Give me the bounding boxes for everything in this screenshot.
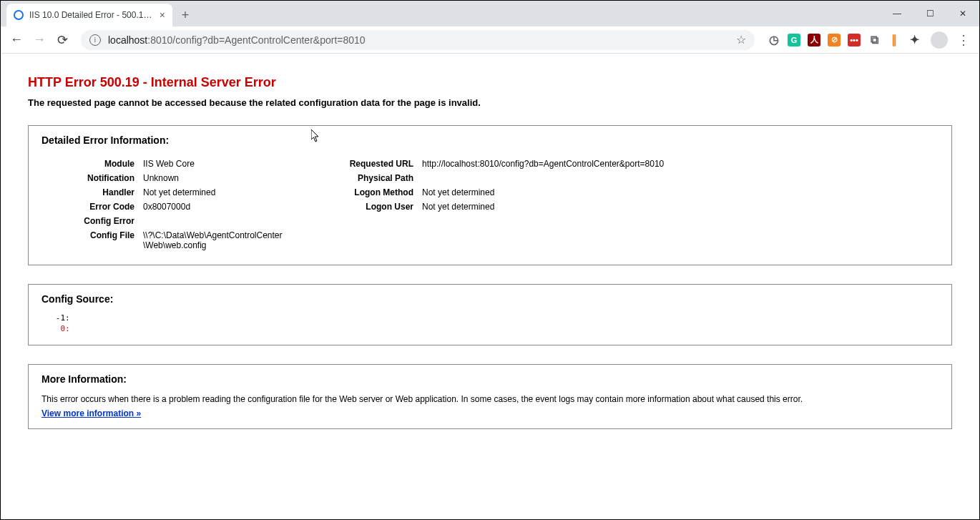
config-source-code: -1: 0:: [41, 313, 939, 335]
error-code-value: 0x8007000d: [139, 200, 295, 214]
config-source-section: Config Source: -1: 0:: [28, 284, 952, 345]
view-more-information-link[interactable]: View more information »: [41, 408, 141, 418]
puzzle-icon[interactable]: ✦: [908, 34, 921, 46]
config-error-value: [139, 214, 295, 228]
url-text: localhost:8010/config?db=AgentControlCen…: [108, 34, 366, 46]
logon-user-label: Logon User: [303, 200, 418, 214]
browser-toolbar: ← → ⟳ i localhost:8010/config?db=AgentCo…: [1, 26, 979, 54]
logon-method-value: Not yet determined: [418, 185, 934, 200]
address-bar[interactable]: i localhost:8010/config?db=AgentControlC…: [81, 30, 755, 50]
handler-value: Not yet determined: [139, 185, 295, 200]
config-error-label: Config Error: [46, 214, 139, 228]
bars-icon[interactable]: ∥: [888, 34, 901, 46]
chrome-menu-button[interactable]: ⋮: [954, 30, 974, 50]
notification-value: Unknown: [139, 171, 295, 185]
physical-path-label: Physical Path: [303, 171, 418, 185]
config-file-value: \\?\C:\Data\Web\AgentControlCenter\Web\w…: [139, 228, 295, 252]
grammarly-icon[interactable]: G: [788, 34, 800, 46]
url-path: :8010/config?db=AgentControlCenter&port=…: [147, 34, 365, 46]
more-info-heading: More Information:: [41, 373, 939, 385]
favicon-icon: [14, 10, 24, 20]
logon-user-value: Not yet determined: [418, 200, 934, 214]
back-button[interactable]: ←: [6, 30, 26, 50]
orange-circle-icon[interactable]: ⊘: [828, 34, 841, 46]
tab-strip: IIS 10.0 Detailed Error - 500.19 - I × +…: [1, 1, 979, 26]
physical-path-value: [418, 171, 934, 185]
tab-icon[interactable]: ⧉: [868, 34, 881, 46]
detailed-error-heading: Detailed Error Information:: [41, 134, 939, 146]
more-info-text: This error occurs when there is a proble…: [41, 393, 939, 405]
window-controls: — ☐ ✕: [881, 1, 979, 26]
stopwatch-icon[interactable]: ◷: [768, 34, 780, 46]
site-info-icon[interactable]: i: [89, 34, 101, 46]
adobe-icon[interactable]: 人: [808, 34, 820, 46]
minimize-button[interactable]: —: [881, 1, 913, 26]
new-tab-button[interactable]: +: [175, 5, 195, 25]
maximize-button[interactable]: ☐: [913, 1, 946, 26]
reload-button[interactable]: ⟳: [52, 30, 72, 50]
bookmark-star-icon[interactable]: ☆: [736, 33, 746, 46]
detailed-error-table: Module IIS Web Core Notification Unknown…: [41, 154, 939, 255]
error-title: HTTP Error 500.19 - Internal Server Erro…: [28, 75, 952, 90]
url-host: localhost: [108, 34, 147, 46]
lastpass-icon[interactable]: •••: [848, 34, 861, 46]
profile-avatar[interactable]: [931, 31, 948, 49]
close-window-button[interactable]: ✕: [946, 1, 979, 26]
tab-close-icon[interactable]: ×: [160, 9, 165, 21]
active-tab[interactable]: IIS 10.0 Detailed Error - 500.19 - I ×: [6, 4, 172, 26]
error-subhead: The requested page cannot be accessed be…: [28, 97, 952, 108]
extension-icons: ◷G人⊘•••⧉∥✦: [763, 34, 925, 46]
forward-button: →: [29, 30, 49, 50]
handler-label: Handler: [46, 185, 139, 200]
logon-method-label: Logon Method: [303, 185, 418, 200]
more-information-section: More Information: This error occurs when…: [28, 364, 952, 429]
notification-label: Notification: [46, 171, 139, 185]
config-file-label: Config File: [46, 228, 139, 252]
detailed-error-section: Detailed Error Information: Module IIS W…: [28, 125, 952, 265]
requested-url-label: Requested URL: [303, 157, 418, 171]
module-value: IIS Web Core: [139, 157, 295, 171]
module-label: Module: [46, 157, 139, 171]
config-source-heading: Config Source:: [41, 293, 939, 305]
tab-title: IIS 10.0 Detailed Error - 500.19 - I: [29, 10, 155, 20]
page-body: HTTP Error 500.19 - Internal Server Erro…: [1, 54, 979, 462]
requested-url-value: http://localhost:8010/config?db=AgentCon…: [418, 157, 934, 171]
error-code-label: Error Code: [46, 200, 139, 214]
